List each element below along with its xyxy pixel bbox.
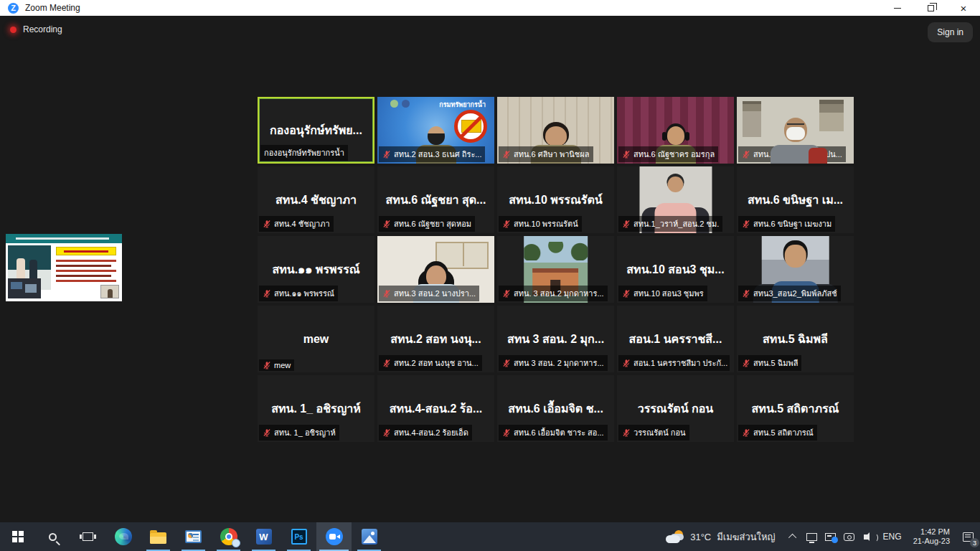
action-center-button[interactable]: 3 bbox=[956, 522, 980, 551]
participant-name-label: สทน.5 ฉิมพลี bbox=[738, 355, 801, 371]
muted-mic-icon bbox=[382, 289, 391, 298]
participant-name-label: สทน.6 เอื้อมจิต ชาระ สอ... bbox=[499, 425, 608, 441]
word-taskbar-button[interactable]: W bbox=[246, 522, 281, 551]
participant-label-text: สทน.6 ขนิษฐา เมฆงาม bbox=[753, 217, 831, 230]
participant-name-label: สทน3_สอน2_พิมพ์ลภัสช์ bbox=[738, 286, 841, 301]
participant-name-label: สทน. 3 สอน.2 มุกดาหาร... bbox=[499, 286, 608, 301]
participant-tile[interactable]: สทน. 1_ อชิรญาห์ สทน. 1_ อชิรญาห์ bbox=[258, 375, 374, 442]
muted-mic-icon bbox=[382, 428, 391, 437]
search-button[interactable] bbox=[35, 522, 70, 551]
project-tray-button[interactable] bbox=[821, 522, 840, 551]
participant-tile[interactable]: สทน.5 ฉิมพลี สทน.5 ฉิมพลี bbox=[737, 306, 854, 372]
chrome-taskbar-button[interactable] bbox=[211, 522, 246, 551]
network-tray-button[interactable] bbox=[803, 522, 821, 551]
muted-mic-icon bbox=[622, 359, 631, 367]
muted-mic-icon bbox=[263, 428, 271, 437]
participant-tile[interactable]: สทน.6 เอื้อมจิต ช... สทน.6 เอื้อมจิต ชาร… bbox=[497, 375, 614, 442]
participant-name-label: สอน.1 นครราชสีมา ประกั... bbox=[618, 355, 730, 371]
participant-tile[interactable]: สทน3_สอน2_พิมพ์ลภัสช์ bbox=[737, 236, 854, 303]
minimize-button[interactable] bbox=[881, 0, 914, 16]
participant-label-text: mew bbox=[274, 361, 291, 369]
minimize-icon bbox=[894, 8, 901, 9]
sign-in-button[interactable]: Sign in bbox=[928, 22, 973, 42]
presentation-app-taskbar-button[interactable] bbox=[176, 522, 211, 551]
participant-tile[interactable]: สอน.1 นครราชสี... สอน.1 นครราชสีมา ประกั… bbox=[617, 306, 734, 372]
participant-tile[interactable]: สทน.6 ณัฐชาคร อมรกุล bbox=[617, 97, 734, 164]
participant-tile[interactable]: สทน.1_วราห์_สอน.2 ชม. bbox=[617, 166, 734, 233]
muted-mic-icon bbox=[502, 220, 511, 228]
participant-name-label: สทน. 1_ อชิรญาห์ bbox=[259, 425, 339, 441]
participant-tile[interactable]: สทน.4 ชัชญาภา สทน.4 ชัชญาภา bbox=[258, 166, 374, 233]
participant-label-text: สทน.1_วราห์_สอน.2 ชม. bbox=[633, 217, 719, 230]
network-icon bbox=[806, 533, 817, 541]
shared-screen-thumbnail[interactable] bbox=[6, 234, 122, 301]
participant-tile[interactable]: กรมทรัพยากรน้ำ สทน.2 สอน.3 ธเนศ ถิระ... bbox=[377, 97, 494, 164]
edge-icon bbox=[115, 528, 132, 545]
project-screen-icon bbox=[825, 533, 836, 541]
participant-tile[interactable]: สทน.10 พรรณรัตน์ สทน.10 พรรณรัตน์ bbox=[497, 166, 614, 233]
participant-tile[interactable]: สทน.2 สอท นงนุ... สทน.2 สอท นงนุช อาน... bbox=[377, 306, 494, 372]
participant-name-label: สทน.2 สอน.3 ธเนศ ถิระ... bbox=[379, 146, 485, 162]
edge-taskbar-button[interactable] bbox=[105, 522, 141, 551]
participant-tile[interactable]: สทน.6 ศลิษา พานิชผล bbox=[497, 97, 614, 164]
language-indicator[interactable]: ENG bbox=[877, 532, 908, 542]
weather-condition-text: มีเมฆส่วนใหญ่ bbox=[717, 529, 775, 545]
clock[interactable]: 1:42 PM 21-Aug-23 bbox=[908, 527, 956, 546]
participant-label-text: สทน.6 ณัฐชยา สุดหอม bbox=[394, 217, 471, 230]
muted-mic-icon bbox=[742, 150, 750, 159]
participant-tile[interactable]: สทน.6 สอน.1 ปจ. กัมปน... bbox=[737, 97, 854, 164]
participant-label-text: สทน.6 เอื้อมจิต ชาระ สอ... bbox=[514, 426, 604, 439]
volume-tray-button[interactable] bbox=[859, 522, 877, 551]
participant-tile[interactable]: สทน.6 ขนิษฐา เม... สทน.6 ขนิษฐา เมฆงาม bbox=[737, 166, 854, 233]
participant-tile[interactable]: mew mew bbox=[258, 306, 374, 372]
recording-label: Recording bbox=[23, 24, 62, 34]
participant-name-label: สทน.6 ศลิษา พานิชผล bbox=[499, 146, 593, 162]
participant-tile[interactable]: สทน 3 สอน. 2 มุก... สทน 3 สอน. 2 มุกดาหา… bbox=[497, 306, 614, 372]
muted-mic-icon bbox=[742, 359, 750, 367]
task-view-icon bbox=[83, 532, 93, 541]
participant-tile[interactable]: สทน. 3 สอน.2 มุกดาหาร... bbox=[497, 236, 614, 303]
participant-label-text: สทน3_สอน2_พิมพ์ลภัสช์ bbox=[753, 287, 837, 300]
participant-label-text: สทน 3 สอน. 2 มุกดาหาร... bbox=[514, 357, 604, 369]
participant-tile[interactable]: สทน.10 สอน3 ชุม... สทน.10 สอน3 ชุมพร bbox=[617, 236, 734, 303]
participant-label-text: สทน.2 สอน.3 ธเนศ ถิระ... bbox=[394, 148, 481, 161]
participant-tile[interactable]: สทน.๑๑ พรพรรณ์ สทน.๑๑ พรพรรณ์ bbox=[258, 236, 374, 303]
participant-label-text: สทน.6 ศลิษา พานิชผล bbox=[514, 148, 590, 161]
participant-name-label: สทน.4 ชัชญาภา bbox=[259, 216, 334, 232]
weather-widget[interactable]: 31°C มีเมฆส่วนใหญ่ bbox=[657, 522, 783, 551]
participant-label-text: สทน.5 ฉิมพลี bbox=[753, 357, 798, 369]
slide-webcam-inset bbox=[100, 285, 119, 298]
muted-mic-icon bbox=[502, 150, 511, 159]
start-button[interactable] bbox=[0, 522, 35, 551]
file-explorer-icon bbox=[150, 532, 166, 544]
participant-tile[interactable]: วรรณรัตน์ กอน วรรณรัตน์ กอน bbox=[617, 375, 734, 442]
participant-tile[interactable]: กองอนุรักษ์ทรัพย... กองอนุรักษ์ทรัพยากรน… bbox=[258, 97, 374, 164]
photos-taskbar-button[interactable] bbox=[352, 522, 387, 551]
restore-button[interactable] bbox=[914, 0, 947, 16]
no-gift-sign bbox=[454, 110, 487, 143]
participant-tile[interactable]: สทน.4-สอน.2 ร้อ... สทน.4-สอน.2 ร้อยเอ็ด bbox=[377, 375, 494, 442]
presentation-app-icon bbox=[185, 530, 202, 543]
search-icon bbox=[49, 533, 57, 541]
meeting-canvas: Recording Sign in กองอนุรักษ์ทรัพย... กอ… bbox=[0, 16, 980, 522]
camera-tray-button[interactable] bbox=[840, 522, 859, 551]
task-view-button[interactable] bbox=[70, 522, 105, 551]
file-explorer-taskbar-button[interactable] bbox=[141, 522, 176, 551]
participant-name-label: สทน.5 สถิตาภรณ์ bbox=[738, 425, 817, 441]
participant-name-label: สทน.10 สอน3 ชุมพร bbox=[618, 286, 707, 301]
participant-tile[interactable]: สทน.6 ณัฐชยา สุด... สทน.6 ณัฐชยา สุดหอม bbox=[377, 166, 494, 233]
participant-name-label: สทน.6 ณัฐชยา สุดหอม bbox=[379, 216, 475, 232]
participant-name-label: สทน.6 ณัฐชาคร อมรกุล bbox=[618, 146, 718, 162]
photoshop-taskbar-button[interactable]: Ps bbox=[281, 522, 316, 551]
participant-label-text: สทน.10 พรรณรัตน์ bbox=[514, 217, 578, 230]
participant-tile[interactable]: สทน.3 สอน.2 นางปรา... bbox=[377, 236, 494, 303]
zoom-app-icon bbox=[326, 528, 343, 545]
close-button[interactable]: × bbox=[947, 0, 980, 16]
zoom-taskbar-button[interactable] bbox=[316, 522, 352, 551]
participant-label-text: สทน.๑๑ พรพรรณ์ bbox=[274, 287, 334, 300]
participant-label-text: สทน.5 สถิตาภรณ์ bbox=[753, 426, 814, 439]
tray-overflow-button[interactable] bbox=[784, 522, 803, 551]
participant-name-label: สทน.1_วราห์_สอน.2 ชม. bbox=[618, 216, 722, 232]
participant-tile[interactable]: สทน.5 สถิตาภรณ์ สทน.5 สถิตาภรณ์ bbox=[737, 375, 854, 442]
participant-name-label: สทน.4-สอน.2 ร้อยเอ็ด bbox=[379, 425, 472, 441]
